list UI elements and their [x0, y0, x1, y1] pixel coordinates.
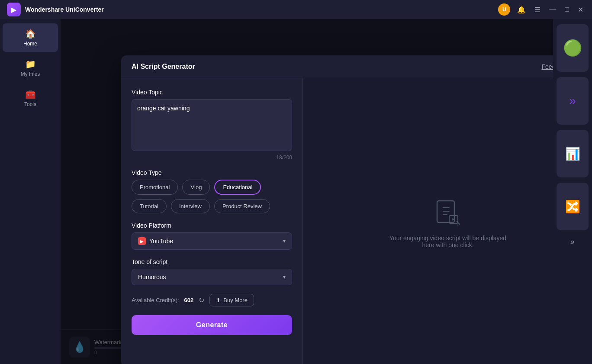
tools-icon: 🧰 — [25, 89, 36, 100]
sidebar-item-myfiles[interactable]: 📁 My Files — [3, 54, 58, 82]
feedback-button[interactable]: Feedback — [542, 63, 553, 70]
title-bar-controls: U 🔔 ☰ — □ ✕ — [498, 3, 585, 16]
right-card-2-icon: » — [569, 94, 576, 108]
sidebar-item-myfiles-label: My Files — [21, 71, 40, 77]
preview-panel: T Your engaging video script will be dis… — [303, 78, 553, 364]
avatar[interactable]: U — [498, 3, 510, 16]
menu-button[interactable]: ☰ — [533, 4, 542, 16]
tone-dropdown[interactable]: Humorous ▾ — [132, 269, 292, 285]
right-card-1-icon: 🟢 — [563, 39, 582, 57]
credits-value: 602 — [184, 297, 194, 303]
main-layout: 🏠 Home 📁 My Files 🧰 Tools AI Script Gene… — [0, 19, 592, 364]
ai-script-generator-modal: AI Script Generator Feedback ✕ Video T — [121, 55, 553, 364]
chip-product-review[interactable]: Product Review — [214, 199, 270, 213]
right-card-4-icon: 🔀 — [565, 200, 580, 214]
home-icon: 🏠 — [25, 29, 36, 39]
platform-chevron-icon: ▾ — [283, 238, 286, 244]
video-topic-section: Video Topic 18/200 — [132, 89, 292, 161]
buy-more-label: Buy More — [223, 297, 248, 303]
chip-tutorial[interactable]: Tutorial — [132, 199, 167, 213]
logo-icon: ▶ — [11, 6, 16, 14]
chip-interview[interactable]: Interview — [171, 199, 210, 213]
video-topic-label: Video Topic — [132, 89, 292, 96]
topic-textarea[interactable] — [132, 99, 292, 151]
sidebar-item-home-label: Home — [23, 41, 37, 47]
sidebar-item-tools[interactable]: 🧰 Tools — [3, 84, 58, 113]
preview-empty-text: Your engaging video script will be displ… — [383, 235, 513, 248]
char-count: 18/200 — [132, 155, 292, 161]
close-app-button[interactable]: ✕ — [576, 4, 585, 16]
video-platform-section: Video Platform ▶ YouTube ▾ — [132, 222, 292, 250]
platform-dropdown[interactable]: ▶ YouTube ▾ — [132, 232, 292, 250]
right-card-1[interactable]: 🟢 — [557, 24, 589, 72]
notification-button[interactable]: 🔔 — [515, 4, 528, 16]
form-panel: Video Topic 18/200 Video Type Promotiona… — [121, 78, 303, 364]
right-card-3-icon: 📊 — [565, 147, 580, 161]
title-bar-left: ▶ Wondershare UniConverter — [7, 3, 104, 16]
app-title: Wondershare UniConverter — [25, 6, 104, 13]
right-card-3[interactable]: 📊 — [557, 130, 589, 177]
tone-value: Humorous — [138, 274, 166, 280]
video-type-chips: Promotional Vlog Educational Tutorial In… — [132, 180, 292, 213]
tone-chevron-icon: ▾ — [283, 274, 286, 280]
myfiles-icon: 📁 — [25, 59, 36, 69]
modal-title: AI Script Generator — [132, 63, 195, 71]
chip-educational[interactable]: Educational — [214, 180, 261, 195]
tone-label: Tone of script — [132, 258, 292, 265]
right-card-4[interactable]: 🔀 — [557, 183, 589, 230]
modal-overlay: AI Script Generator Feedback ✕ Video T — [61, 19, 553, 364]
modal-header-right: Feedback ✕ — [542, 62, 553, 71]
video-type-section: Video Type Promotional Vlog Educational … — [132, 169, 292, 213]
app-logo: ▶ — [7, 3, 21, 16]
video-platform-label: Video Platform — [132, 222, 292, 229]
title-bar: ▶ Wondershare UniConverter U 🔔 ☰ — □ ✕ — [0, 0, 592, 19]
buy-more-button[interactable]: ⬆ Buy More — [209, 294, 254, 306]
preview-icon: T — [433, 197, 463, 228]
upload-icon: ⬆ — [216, 297, 221, 303]
right-panel: 🟢 » 📊 🔀 » — [553, 19, 592, 364]
platform-value: YouTube — [149, 238, 173, 245]
video-type-label: Video Type — [132, 169, 292, 176]
sidebar-item-home[interactable]: 🏠 Home — [3, 23, 58, 52]
expand-icon: » — [570, 237, 575, 246]
generate-button[interactable]: Generate — [132, 315, 292, 335]
platform-dropdown-left: ▶ YouTube — [138, 237, 173, 245]
right-panel-expand[interactable]: » — [553, 234, 592, 250]
modal-header: AI Script Generator Feedback ✕ — [121, 55, 553, 78]
content-area: AI Script Generator Feedback ✕ Video T — [61, 19, 553, 364]
credits-row: Available Credit(s): 602 ↻ ⬆ Buy More — [132, 294, 292, 306]
minimize-button[interactable]: — — [547, 4, 558, 15]
refresh-icon[interactable]: ↻ — [199, 296, 204, 304]
chip-promotional[interactable]: Promotional — [132, 180, 178, 195]
app-shell: ▶ Wondershare UniConverter U 🔔 ☰ — □ ✕ 🏠… — [0, 0, 592, 364]
modal-body: Video Topic 18/200 Video Type Promotiona… — [121, 78, 553, 364]
credits-label: Available Credit(s): — [132, 297, 179, 303]
chip-vlog[interactable]: Vlog — [182, 180, 210, 195]
sidebar-item-tools-label: Tools — [24, 101, 36, 107]
right-card-2[interactable]: » — [557, 77, 589, 125]
tone-dropdown-left: Humorous — [138, 274, 166, 280]
tone-section: Tone of script Humorous ▾ — [132, 258, 292, 285]
svg-text:T: T — [457, 222, 459, 227]
sidebar: 🏠 Home 📁 My Files 🧰 Tools — [0, 19, 61, 364]
youtube-icon: ▶ — [138, 237, 146, 245]
maximize-button[interactable]: □ — [563, 4, 571, 15]
